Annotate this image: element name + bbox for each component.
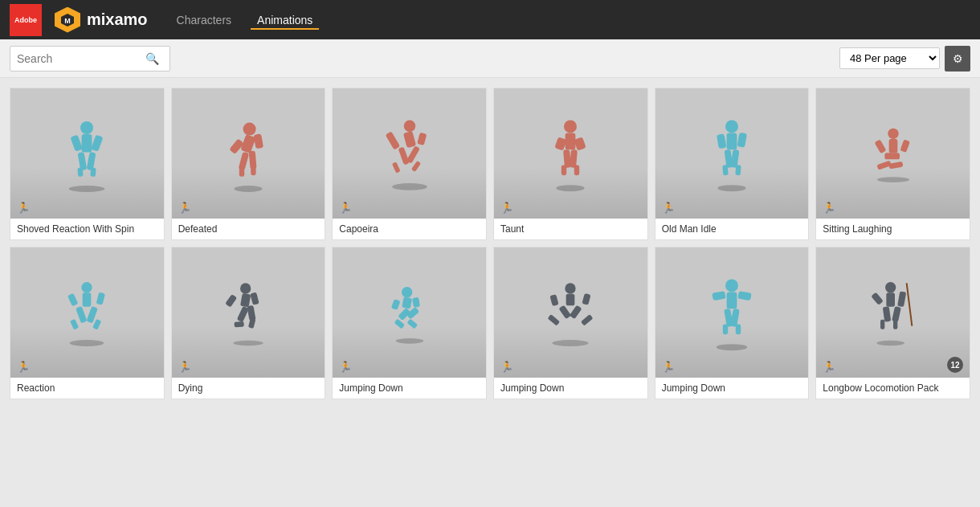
svg-point-30: [564, 120, 577, 133]
card-thumbnail: 🏃: [333, 247, 486, 378]
hexagon-icon: M: [55, 7, 80, 33]
svg-rect-60: [76, 306, 87, 324]
search-icon: 🔍: [145, 52, 159, 65]
animation-card[interactable]: 🏃Taunt: [493, 88, 648, 240]
svg-point-2: [69, 186, 105, 192]
card-label: Longbow Locomotion Pack: [816, 378, 970, 399]
svg-rect-5: [71, 135, 84, 152]
svg-point-56: [82, 282, 92, 292]
card-label: Jumping Down: [333, 378, 486, 399]
svg-rect-68: [250, 292, 259, 305]
svg-rect-63: [92, 319, 101, 330]
per-page-wrapper: 48 Per page 12 Per page 24 Per page 96 P…: [839, 46, 970, 72]
svg-rect-89: [548, 314, 561, 326]
svg-point-3: [80, 121, 93, 134]
svg-rect-81: [406, 319, 417, 329]
svg-rect-25: [398, 146, 409, 165]
svg-rect-40: [727, 133, 737, 149]
run-icon: 🏃: [339, 361, 352, 373]
run-icon: 🏃: [823, 361, 835, 373]
animation-card[interactable]: 🏃Jumping Down: [655, 247, 810, 399]
card-thumbnail: 🏃: [655, 88, 809, 219]
svg-rect-24: [417, 133, 427, 145]
run-icon: 🏃: [500, 361, 513, 373]
run-icon: 🏃: [17, 202, 30, 214]
animation-card[interactable]: 🏃Reaction: [10, 247, 165, 399]
svg-rect-41: [717, 133, 727, 149]
card-thumbnail: 🏃: [655, 247, 809, 378]
svg-rect-88: [570, 305, 582, 320]
mixamo-logo: M mixamo: [55, 7, 148, 33]
svg-point-21: [403, 121, 415, 133]
svg-rect-37: [574, 165, 579, 175]
svg-rect-85: [550, 294, 559, 306]
svg-point-65: [240, 283, 251, 293]
animation-card[interactable]: 🏃Sitting Laughing: [815, 88, 970, 240]
svg-rect-72: [248, 318, 256, 329]
search-input[interactable]: [17, 52, 145, 65]
svg-rect-76: [391, 299, 401, 310]
svg-rect-62: [70, 319, 79, 330]
per-page-select[interactable]: 48 Per page 12 Per page 24 Per page 96 P…: [839, 47, 940, 69]
svg-rect-16: [239, 152, 250, 171]
svg-point-29: [557, 185, 585, 191]
card-thumbnail: 🏃: [10, 247, 164, 378]
animation-card[interactable]: 🏃Dying: [171, 247, 326, 399]
svg-point-82: [553, 340, 589, 346]
svg-point-73: [395, 338, 423, 344]
animation-card[interactable]: 🏃Old Man Idle: [655, 88, 810, 240]
svg-rect-80: [394, 319, 404, 329]
card-label: Defeated: [172, 219, 325, 239]
svg-point-74: [402, 287, 412, 297]
svg-rect-90: [581, 314, 594, 326]
animation-card[interactable]: 🏃Jumping Down: [493, 247, 648, 399]
card-label: Jumping Down: [494, 378, 647, 399]
animation-card[interactable]: 🏃Jumping Down: [332, 247, 487, 399]
svg-rect-59: [96, 292, 106, 305]
card-label: Old Man Idle: [655, 219, 809, 239]
nav-animations[interactable]: Animations: [251, 10, 319, 30]
animation-card[interactable]: 🏃Defeated: [171, 88, 326, 240]
animation-card[interactable]: 🏃Shoved Reaction With Spin: [10, 88, 165, 240]
svg-rect-54: [888, 162, 903, 170]
svg-rect-9: [78, 167, 84, 177]
svg-point-55: [70, 340, 104, 346]
svg-rect-109: [880, 320, 884, 329]
svg-point-20: [392, 183, 427, 190]
svg-rect-23: [385, 131, 399, 149]
svg-text:M: M: [64, 17, 71, 25]
svg-rect-49: [888, 139, 897, 153]
svg-point-12: [243, 123, 256, 136]
svg-point-101: [885, 282, 896, 292]
run-icon: 🏃: [662, 202, 675, 214]
card-thumbnail: 🏃: [172, 247, 325, 378]
svg-rect-58: [67, 293, 78, 307]
card-thumbnail: 🏃: [333, 88, 486, 219]
search-wrapper: 🔍: [10, 46, 170, 72]
svg-point-11: [234, 186, 262, 192]
svg-rect-15: [254, 133, 264, 149]
settings-button[interactable]: ⚙: [945, 46, 970, 72]
nav-characters[interactable]: Characters: [170, 10, 238, 30]
card-thumbnail: 🏃: [494, 88, 647, 219]
adobe-logo: Adobe: [10, 4, 42, 36]
svg-rect-28: [411, 161, 421, 172]
svg-rect-26: [406, 145, 419, 164]
card-label: Dying: [172, 378, 325, 399]
animation-grid: 🏃Shoved Reaction With Spin 🏃Defeated 🏃Ca…: [0, 78, 980, 409]
svg-point-48: [888, 129, 898, 139]
svg-rect-51: [900, 139, 910, 153]
animation-card[interactable]: 🏃Capoeira: [332, 88, 487, 240]
svg-rect-93: [727, 292, 737, 309]
svg-rect-102: [886, 292, 895, 306]
card-thumbnail: 🏃: [816, 88, 970, 219]
card-label: Reaction: [10, 378, 164, 399]
svg-rect-36: [561, 165, 566, 175]
run-icon: 🏃: [17, 361, 30, 373]
card-thumbnail: 🏃12: [816, 247, 970, 378]
svg-rect-107: [882, 306, 891, 322]
animation-card[interactable]: 🏃12Longbow Locomotion Pack: [815, 247, 970, 399]
run-icon: 🏃: [178, 202, 191, 214]
card-label: Jumping Down: [655, 378, 809, 399]
svg-point-100: [876, 341, 904, 346]
